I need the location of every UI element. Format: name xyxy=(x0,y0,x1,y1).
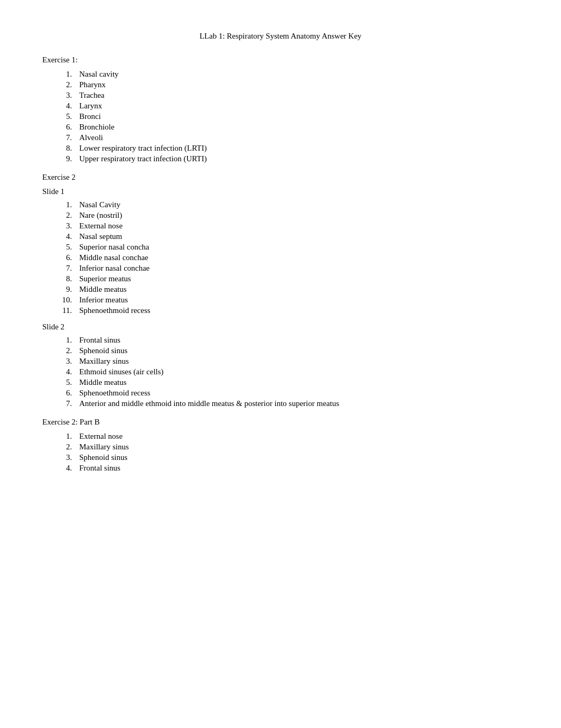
list-item: Bronchiole xyxy=(74,123,519,132)
list-item: Inferior meatus xyxy=(74,296,519,305)
slide1-heading: Slide 1 xyxy=(42,187,519,196)
list-item: Ethmoid sinuses (air cells) xyxy=(74,367,519,376)
exercise2b-list: External nose Maxillary sinus Sphenoid s… xyxy=(74,432,519,473)
list-item: Sphenoid sinus xyxy=(74,453,519,462)
slide2-block: Slide 2 Frontal sinus Sphenoid sinus Max… xyxy=(42,322,519,408)
exercise2b-heading: Exercise 2: Part B xyxy=(42,418,519,427)
list-item: Superior nasal concha xyxy=(74,243,519,252)
list-item: Trachea xyxy=(74,91,519,100)
list-item: Bronci xyxy=(74,112,519,121)
exercise1-block: Exercise 1: Nasal cavity Pharynx Trachea… xyxy=(42,56,519,163)
list-item: Sphenoid sinus xyxy=(74,346,519,355)
exercise1-list: Nasal cavity Pharynx Trachea Larynx Bron… xyxy=(74,70,519,163)
list-item: Superior meatus xyxy=(74,274,519,283)
exercise2b-block: Exercise 2: Part B External nose Maxilla… xyxy=(42,418,519,473)
list-item: Maxillary sinus xyxy=(74,443,519,451)
list-item: Nasal septum xyxy=(74,232,519,241)
slide2-heading: Slide 2 xyxy=(42,322,519,331)
list-item: Nare (nostril) xyxy=(74,211,519,220)
list-item: Nasal Cavity xyxy=(74,200,519,209)
list-item: Anterior and middle ethmoid into middle … xyxy=(74,399,519,408)
list-item: Middle meatus xyxy=(74,378,519,387)
list-item: Inferior nasal conchae xyxy=(74,264,519,273)
list-item: External nose xyxy=(74,222,519,231)
slide2-list: Frontal sinus Sphenoid sinus Maxillary s… xyxy=(74,336,519,408)
list-item: Middle nasal conchae xyxy=(74,253,519,262)
list-item: Maxillary sinus xyxy=(74,357,519,366)
list-item: Nasal cavity xyxy=(74,70,519,79)
list-item: Alveoli xyxy=(74,133,519,142)
exercise2-block: Exercise 2 Slide 1 Nasal Cavity Nare (no… xyxy=(42,173,519,408)
list-item: Middle meatus xyxy=(74,285,519,294)
exercise2-heading: Exercise 2 xyxy=(42,173,519,182)
page-title: LLab 1: Respiratory System Anatomy Answe… xyxy=(42,32,519,41)
list-item: External nose xyxy=(74,432,519,441)
list-item: Larynx xyxy=(74,102,519,110)
list-item: Sphenoethmoid recess xyxy=(74,306,519,315)
list-item: Sphenoethmoid recess xyxy=(74,389,519,398)
list-item: Frontal sinus xyxy=(74,464,519,473)
list-item: Pharynx xyxy=(74,80,519,89)
slide1-list: Nasal Cavity Nare (nostril) External nos… xyxy=(74,200,519,315)
list-item: Frontal sinus xyxy=(74,336,519,345)
exercise1-heading: Exercise 1: xyxy=(42,56,519,64)
list-item: Lower respiratory tract infection (LRTI) xyxy=(74,144,519,153)
list-item: Upper respiratory tract infection (URTI) xyxy=(74,154,519,163)
slide1-block: Slide 1 Nasal Cavity Nare (nostril) Exte… xyxy=(42,187,519,315)
